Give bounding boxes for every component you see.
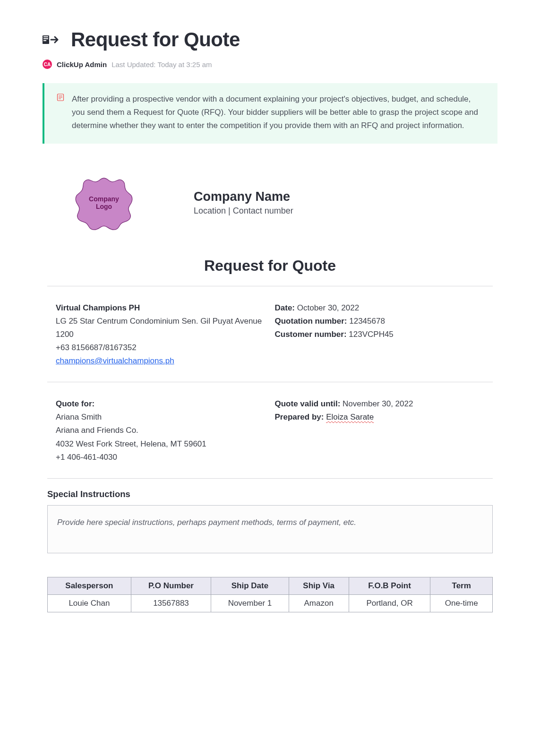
td-ship-date: November 1 — [211, 594, 289, 612]
quote-for-name: Ariana Smith — [56, 411, 266, 424]
quote-for-address: 4032 West Fork Street, Helena, MT 59601 — [56, 438, 266, 451]
table-header-row: Salesperson P.O Number Ship Date Ship Vi… — [48, 577, 493, 594]
page-title: Request for Quote — [71, 28, 240, 51]
document-icon — [43, 34, 62, 46]
special-instructions-heading: Special Instructions — [43, 479, 497, 505]
callout-icon — [57, 93, 65, 132]
prepared-by-label: Prepared by: — [275, 412, 324, 421]
logo-line2: Logo — [96, 203, 112, 210]
td-fob-point: Portland, OR — [349, 594, 430, 612]
special-instructions-box[interactable]: Provide here special instructions, perha… — [47, 505, 493, 553]
quote-for-label: Quote for: — [56, 399, 94, 408]
customer-label: Customer number: — [275, 330, 347, 339]
quotation-value: 12345678 — [349, 317, 385, 326]
td-salesperson: Louie Chan — [48, 594, 131, 612]
quotation-label: Quotation number: — [275, 317, 347, 326]
author-name: ClickUp Admin — [57, 60, 107, 69]
valid-until-label: Quote valid until: — [275, 399, 341, 408]
company-logo: Company Logo — [73, 172, 135, 233]
vendor-email[interactable]: champions@virtualchampions.ph — [56, 356, 174, 365]
quote-for-phone: +1 406-461-4030 — [56, 451, 266, 464]
vendor-phone: +63 8156687/8167352 — [56, 341, 266, 354]
date-label: Date: — [275, 303, 295, 312]
author-meta: CA ClickUp Admin Last Updated: Today at … — [43, 60, 497, 69]
info-callout: After providing a prospective vendor wit… — [43, 83, 497, 144]
td-term: One-time — [430, 594, 493, 612]
table-row: Louie Chan 13567883 November 1 Amazon Po… — [48, 594, 493, 612]
th-po-number: P.O Number — [131, 577, 211, 594]
th-ship-date: Ship Date — [211, 577, 289, 594]
quote-for-row: Quote for: Ariana Smith Ariana and Frien… — [43, 382, 497, 478]
validity-info: Quote valid until: November 30, 2022 Pre… — [275, 397, 485, 464]
svg-rect-3 — [43, 40, 46, 41]
th-salesperson: Salesperson — [48, 577, 131, 594]
quote-for-info: Quote for: Ariana Smith Ariana and Frien… — [56, 397, 266, 464]
th-fob-point: F.O.B Point — [349, 577, 430, 594]
th-term: Term — [430, 577, 493, 594]
company-name: Company Name — [194, 189, 497, 204]
author-avatar: CA — [43, 60, 52, 69]
company-subtitle: Location | Contact number — [194, 206, 497, 216]
quote-for-company: Ariana and Friends Co. — [56, 424, 266, 437]
th-ship-via: Ship Via — [289, 577, 349, 594]
td-ship-via: Amazon — [289, 594, 349, 612]
section-title: Request for Quote — [43, 257, 497, 275]
company-header: Company Logo Company Name Location | Con… — [43, 172, 497, 233]
last-updated: Last Updated: Today at 3:25 am — [111, 60, 212, 69]
customer-value: 123VCPH45 — [349, 330, 394, 339]
callout-text: After providing a prospective vendor wit… — [72, 93, 485, 132]
svg-rect-1 — [43, 36, 48, 37]
shipping-table: Salesperson P.O Number Ship Date Ship Vi… — [47, 577, 493, 612]
prepared-by-value: Eloiza Sarate — [326, 412, 374, 421]
quote-meta: Date: October 30, 2022 Quotation number:… — [275, 301, 485, 368]
logo-line1: Company — [89, 195, 119, 203]
vendor-meta-row: Virtual Champions PH LG 25 Star Centrum … — [43, 286, 497, 382]
date-value: October 30, 2022 — [297, 303, 359, 312]
vendor-address: LG 25 Star Centrum Condominium Sen. Gil … — [56, 315, 266, 341]
valid-until-value: November 30, 2022 — [343, 399, 413, 408]
td-po-number: 13567883 — [131, 594, 211, 612]
document-header: Request for Quote — [43, 28, 497, 51]
vendor-info: Virtual Champions PH LG 25 Star Centrum … — [56, 301, 266, 368]
svg-rect-2 — [43, 38, 48, 39]
vendor-company: Virtual Champions PH — [56, 303, 140, 312]
